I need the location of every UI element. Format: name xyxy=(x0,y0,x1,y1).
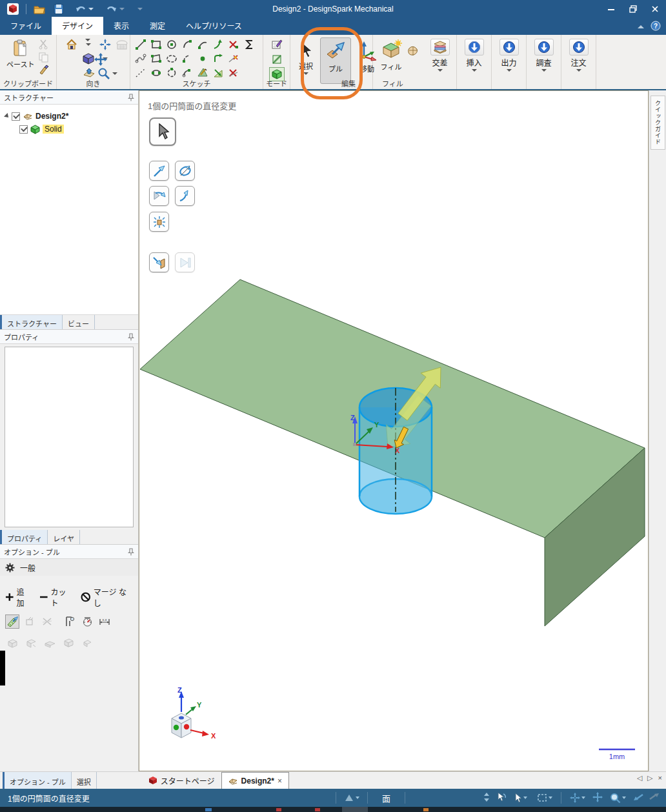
output-dropdown[interactable] xyxy=(507,69,512,72)
extrude-option-1[interactable] xyxy=(5,636,19,650)
open-icon[interactable] xyxy=(33,3,46,15)
viewport[interactable]: 1個の円筒面の直径変更 Z xyxy=(139,90,649,771)
pin-icon[interactable] xyxy=(128,94,134,101)
home-view-dropdown[interactable] xyxy=(86,43,91,46)
spin-dropdown[interactable] xyxy=(85,39,90,41)
insert-button[interactable]: 挿入 xyxy=(459,37,489,73)
dimension-tool-button[interactable]: x.x xyxy=(97,614,112,629)
select-mode-button[interactable] xyxy=(149,117,176,146)
orientation-triad[interactable]: Z Y X xyxy=(172,686,216,740)
options-general-row[interactable]: 一般 xyxy=(0,559,138,576)
home-view-icon[interactable] xyxy=(65,38,78,51)
minimize-button[interactable] xyxy=(600,0,622,18)
view-cube-icon[interactable] xyxy=(82,52,95,65)
tree-item-solid[interactable]: Solid xyxy=(0,123,138,136)
tab-design2-doc[interactable]: Design2* × xyxy=(221,772,289,789)
sketch-spline-corner-icon[interactable] xyxy=(195,37,210,52)
insert-dropdown[interactable] xyxy=(472,69,477,72)
format-painter-icon[interactable] xyxy=(38,65,49,76)
sketch-trim-spark-icon[interactable] xyxy=(226,52,241,66)
caliper-tool-button[interactable] xyxy=(63,614,77,629)
tab-properties[interactable]: プロパティ xyxy=(0,530,48,544)
pull-linear-button[interactable] xyxy=(149,161,169,181)
sketch-tangent-arc-icon[interactable] xyxy=(179,37,195,52)
pull-sweep-button[interactable] xyxy=(175,186,195,206)
help-icon[interactable]: ? xyxy=(651,21,661,33)
select-dropdown[interactable] xyxy=(303,72,308,75)
inspect-button[interactable]: 調査 xyxy=(529,37,558,73)
tab-file[interactable]: ファイル xyxy=(0,17,52,35)
save-icon[interactable] xyxy=(52,3,65,15)
extrude-option-2[interactable] xyxy=(24,636,38,650)
design2-checkbox[interactable] xyxy=(12,112,20,121)
sketch-3pt-arc-icon[interactable] xyxy=(179,52,195,66)
pan-tool-icon[interactable] xyxy=(94,53,107,66)
cut-option-icon[interactable] xyxy=(39,594,48,600)
tree-item-design2[interactable]: Design2* xyxy=(0,110,138,123)
pull-revolve-button[interactable] xyxy=(175,161,195,181)
pull-both-sides-button[interactable] xyxy=(149,212,169,232)
zoom-dropdown[interactable] xyxy=(112,72,117,75)
tab-list-close[interactable]: × xyxy=(658,774,662,782)
sketch-circle-icon[interactable] xyxy=(164,37,179,52)
intersect-button[interactable]: 交差 xyxy=(426,37,454,73)
blend-icon[interactable] xyxy=(407,45,419,57)
scene-canvas[interactable]: Z Y X Z Y xyxy=(139,91,648,771)
add-icon[interactable] xyxy=(5,593,14,602)
customize-toolbar-button[interactable] xyxy=(137,8,143,10)
quick-guide-tab[interactable]: クイックガイド xyxy=(651,96,665,150)
pan-status-icon[interactable] xyxy=(592,792,603,804)
merge-label[interactable]: マージ なし xyxy=(94,586,133,608)
extrude-option-3[interactable] xyxy=(43,636,57,650)
sketch-line-icon[interactable] xyxy=(133,37,148,52)
spin-tool-icon[interactable] xyxy=(99,38,112,51)
next-view-icon[interactable] xyxy=(649,793,660,803)
tab-close-icon[interactable]: × xyxy=(278,776,282,786)
expand-icon[interactable] xyxy=(4,113,10,119)
pull-draft-button[interactable] xyxy=(149,186,169,206)
sketch-corner-icon[interactable] xyxy=(210,37,226,52)
sketch-spline-icon[interactable] xyxy=(133,52,148,66)
tab-scroll-right[interactable]: ▷ xyxy=(647,774,652,782)
sketch-polygon-icon[interactable] xyxy=(148,52,164,66)
app-icon[interactable] xyxy=(6,3,19,15)
cut-label[interactable]: カット xyxy=(50,586,73,608)
sketch-mode-button[interactable] xyxy=(269,37,285,52)
solid-checkbox[interactable] xyxy=(19,125,28,134)
redo-button[interactable] xyxy=(105,3,125,15)
ruler-tool-button[interactable] xyxy=(5,614,19,629)
tab-view-panel[interactable]: ビュー xyxy=(63,315,95,329)
inspect-dropdown[interactable] xyxy=(541,69,547,72)
order-button[interactable]: 注文 xyxy=(564,37,593,73)
tab-design[interactable]: デザイン xyxy=(52,17,103,35)
tab-layers[interactable]: レイヤ xyxy=(48,530,80,544)
face-filter-button[interactable]: 面 xyxy=(373,792,399,804)
collapse-ribbon-icon[interactable] xyxy=(638,25,644,28)
sketch-cross-icon[interactable] xyxy=(226,37,241,52)
select-cursor-status-icon[interactable] xyxy=(513,793,527,803)
gauge-tool-button[interactable] xyxy=(80,614,94,629)
sketch-rectangle-icon[interactable] xyxy=(148,37,164,52)
fill-button[interactable]: フィル xyxy=(376,37,407,74)
output-button[interactable]: 出力 xyxy=(494,37,523,73)
no-split-tool-button[interactable] xyxy=(40,614,54,629)
order-dropdown[interactable] xyxy=(576,69,581,72)
pull-box-tool-button[interactable] xyxy=(23,614,37,629)
no-merge-icon[interactable] xyxy=(81,592,91,602)
restore-button[interactable] xyxy=(622,0,644,18)
sketch-sigma-icon[interactable] xyxy=(241,37,257,52)
select-tool-button[interactable]: 選択 xyxy=(293,37,319,77)
tab-structure[interactable]: ストラクチャー xyxy=(0,315,63,329)
tab-start-page[interactable]: スタートページ xyxy=(142,772,221,789)
spin-view-icon[interactable] xyxy=(116,38,128,51)
add-label[interactable]: 追加 xyxy=(17,586,32,608)
paste-button[interactable]: ペースト xyxy=(3,37,38,76)
tab-scroll-left[interactable]: ◁ xyxy=(637,774,642,782)
extrude-option-5[interactable] xyxy=(80,636,94,650)
pull-tool-button[interactable]: プル xyxy=(320,37,351,84)
sketch-bend-icon[interactable] xyxy=(210,52,226,66)
tab-help[interactable]: ヘルプ/リソース xyxy=(176,17,252,35)
pull-up-to-button[interactable] xyxy=(149,252,169,272)
intersect-dropdown[interactable] xyxy=(438,69,443,72)
snap-mode-button[interactable] xyxy=(344,793,359,802)
